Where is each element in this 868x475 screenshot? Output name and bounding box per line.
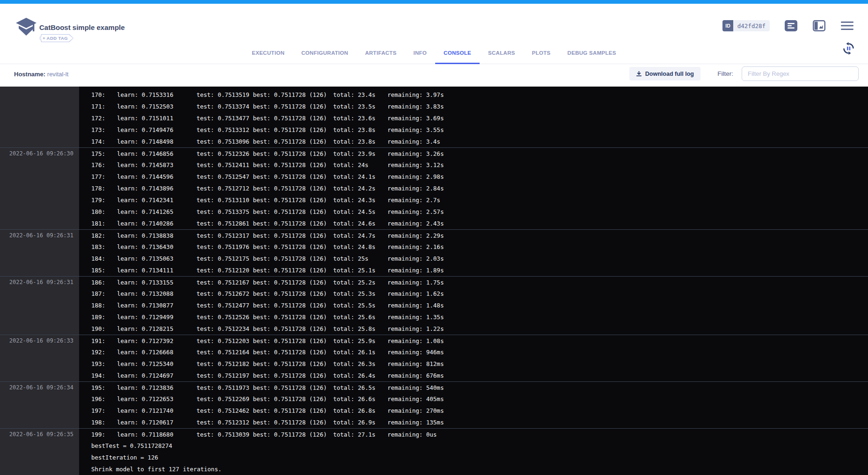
log-row: bestIteration = 126 bbox=[0, 452, 868, 463]
hostname-label: Hostname: bbox=[14, 71, 45, 78]
filter-regex-input[interactable] bbox=[742, 66, 859, 81]
log-timestamp bbox=[0, 393, 79, 405]
log-timestamp bbox=[0, 323, 79, 335]
log-row: 177:learn: 0.7144596test: 0.7512547 best… bbox=[0, 171, 868, 183]
log-row: 187:learn: 0.7132088test: 0.7512672 best… bbox=[0, 288, 868, 300]
page-title: CatBoost simple example bbox=[39, 23, 125, 31]
log-row: 172:learn: 0.7151011test: 0.7513477 best… bbox=[0, 112, 868, 124]
hostname: Hostname: revital-lt bbox=[14, 71, 68, 78]
log-line: Shrink model to first 127 iterations. bbox=[79, 466, 868, 473]
split-panel-icon[interactable] bbox=[812, 20, 826, 32]
log-line: 172:learn: 0.7151011test: 0.7513477 best… bbox=[79, 115, 868, 122]
tab-plots[interactable]: PLOTS bbox=[524, 43, 559, 64]
log-line: 192:learn: 0.7126668test: 0.7512164 best… bbox=[79, 349, 868, 356]
log-row: 174:learn: 0.7148498test: 0.7513096 best… bbox=[0, 136, 868, 147]
log-timestamp: 2022-06-16 09:26:35 bbox=[0, 429, 79, 440]
details-icon[interactable] bbox=[784, 20, 798, 32]
log-timestamp: 2022-06-16 09:26:31 bbox=[0, 230, 79, 241]
menu-icon[interactable] bbox=[840, 20, 854, 32]
download-full-log-label: Download full log bbox=[645, 71, 694, 77]
log-line: 184:learn: 0.7135063test: 0.7512175 best… bbox=[79, 255, 868, 262]
log-line: 189:learn: 0.7129499test: 0.7512526 best… bbox=[79, 314, 868, 321]
log-timestamp bbox=[0, 405, 79, 417]
log-row: 170:learn: 0.7153316test: 0.7513519 best… bbox=[0, 89, 868, 101]
experiment-id-chip[interactable]: ID d42fd28f bbox=[722, 20, 770, 31]
log-line: 197:learn: 0.7121740test: 0.7512462 best… bbox=[79, 407, 868, 414]
auto-refresh-pause-icon[interactable] bbox=[841, 41, 855, 55]
tab-execution[interactable]: EXECUTION bbox=[243, 43, 293, 64]
log-row: 2022-06-16 09:26:31182:learn: 0.7138838t… bbox=[0, 229, 868, 241]
log-timestamp bbox=[0, 241, 79, 253]
log-line: 182:learn: 0.7138838test: 0.7512317 best… bbox=[79, 232, 868, 239]
log-timestamp bbox=[0, 89, 79, 101]
log-row: 192:learn: 0.7126668test: 0.7512164 best… bbox=[0, 346, 868, 358]
log-timestamp: 2022-06-16 09:26:30 bbox=[0, 148, 79, 159]
log-row: 2022-06-16 09:26:35199:learn: 0.7118680t… bbox=[0, 428, 868, 440]
log-timestamp bbox=[0, 253, 79, 264]
tab-configuration[interactable]: CONFIGURATION bbox=[293, 43, 357, 64]
log-line: 179:learn: 0.7142341test: 0.7513110 best… bbox=[79, 197, 868, 204]
download-icon bbox=[636, 71, 642, 77]
log-row: 183:learn: 0.7136430test: 0.7511976 best… bbox=[0, 241, 868, 253]
header-actions: ID d42fd28f bbox=[722, 20, 854, 32]
log-timestamp bbox=[0, 124, 79, 136]
console-log-panel[interactable]: 170:learn: 0.7153316test: 0.7513519 best… bbox=[0, 87, 868, 475]
log-timestamp bbox=[0, 311, 79, 323]
log-row: 2022-06-16 09:26:33191:learn: 0.7127392t… bbox=[0, 335, 868, 346]
tab-bar: EXECUTIONCONFIGURATIONARTIFACTSINFOCONSO… bbox=[0, 43, 868, 64]
log-timestamp bbox=[0, 288, 79, 300]
log-timestamp: 2022-06-16 09:26:31 bbox=[0, 277, 79, 288]
filter-label: Filter: bbox=[717, 70, 733, 77]
header: CatBoost simple example + ADD TAG ID d42… bbox=[0, 4, 868, 64]
log-timestamp bbox=[0, 440, 79, 452]
app-logo-icon bbox=[15, 16, 38, 39]
log-line: 183:learn: 0.7136430test: 0.7511976 best… bbox=[79, 243, 868, 250]
log-line: bestTest = 0.7511728274 bbox=[79, 442, 868, 449]
add-tag-button[interactable]: + ADD TAG bbox=[40, 34, 73, 42]
log-timestamp bbox=[0, 452, 79, 463]
log-line: 187:learn: 0.7132088test: 0.7512672 best… bbox=[79, 290, 868, 297]
log-timestamp bbox=[0, 417, 79, 428]
log-line: 191:learn: 0.7127392test: 0.7512203 best… bbox=[79, 337, 868, 344]
tab-artifacts[interactable]: ARTIFACTS bbox=[357, 43, 405, 64]
tab-debug-samples[interactable]: DEBUG SAMPLES bbox=[559, 43, 625, 64]
log-row: 171:learn: 0.7152503test: 0.7513374 best… bbox=[0, 101, 868, 112]
log-timestamp bbox=[0, 183, 79, 194]
log-timestamp bbox=[0, 370, 79, 381]
log-row: bestTest = 0.7511728274 bbox=[0, 440, 868, 452]
log-timestamp: 2022-06-16 09:26:34 bbox=[0, 382, 79, 393]
log-row: 193:learn: 0.7125340test: 0.7512182 best… bbox=[0, 358, 868, 370]
log-timestamp bbox=[0, 112, 79, 124]
log-timestamp bbox=[0, 159, 79, 171]
experiment-console-page: COMPLETED CatBoost simple example + ADD … bbox=[0, 0, 868, 475]
hostname-value: revital-lt bbox=[47, 71, 69, 78]
log-timestamp bbox=[0, 463, 79, 475]
log-line: 188:learn: 0.7130877test: 0.7512477 best… bbox=[79, 302, 868, 309]
tab-console[interactable]: CONSOLE bbox=[435, 43, 480, 64]
log-row: 2022-06-16 09:26:30175:learn: 0.7146856t… bbox=[0, 147, 868, 159]
log-row: 173:learn: 0.7149476test: 0.7513312 best… bbox=[0, 124, 868, 136]
tab-info[interactable]: INFO bbox=[405, 43, 435, 64]
log-row: 196:learn: 0.7122653test: 0.7512269 best… bbox=[0, 393, 868, 405]
log-timestamp bbox=[0, 101, 79, 112]
log-line: 195:learn: 0.7123836test: 0.7511973 best… bbox=[79, 384, 868, 391]
log-timestamp bbox=[0, 171, 79, 183]
log-line: bestIteration = 126 bbox=[79, 454, 868, 461]
log-line: 186:learn: 0.7133155test: 0.7512167 best… bbox=[79, 279, 868, 286]
log-line: 170:learn: 0.7153316test: 0.7513519 best… bbox=[79, 91, 868, 98]
download-full-log-button[interactable]: Download full log bbox=[629, 67, 700, 80]
console-log: 170:learn: 0.7153316test: 0.7513519 best… bbox=[0, 87, 868, 475]
log-timestamp bbox=[0, 346, 79, 358]
log-timestamp bbox=[0, 136, 79, 147]
log-timestamp bbox=[0, 358, 79, 370]
tab-scalars[interactable]: SCALARS bbox=[480, 43, 524, 64]
log-line: 178:learn: 0.7143896test: 0.7512712 best… bbox=[79, 185, 868, 192]
log-line: 196:learn: 0.7122653test: 0.7512269 best… bbox=[79, 395, 868, 402]
log-timestamp bbox=[0, 206, 79, 218]
log-row: 188:learn: 0.7130877test: 0.7512477 best… bbox=[0, 300, 868, 311]
log-line: 199:learn: 0.7118680test: 0.7513039 best… bbox=[79, 431, 868, 438]
log-row: 194:learn: 0.7124697test: 0.7512197 best… bbox=[0, 370, 868, 381]
log-row: 176:learn: 0.7145873test: 0.7512411 best… bbox=[0, 159, 868, 171]
log-row: 189:learn: 0.7129499test: 0.7512526 best… bbox=[0, 311, 868, 323]
log-line: 193:learn: 0.7125340test: 0.7512182 best… bbox=[79, 360, 868, 367]
